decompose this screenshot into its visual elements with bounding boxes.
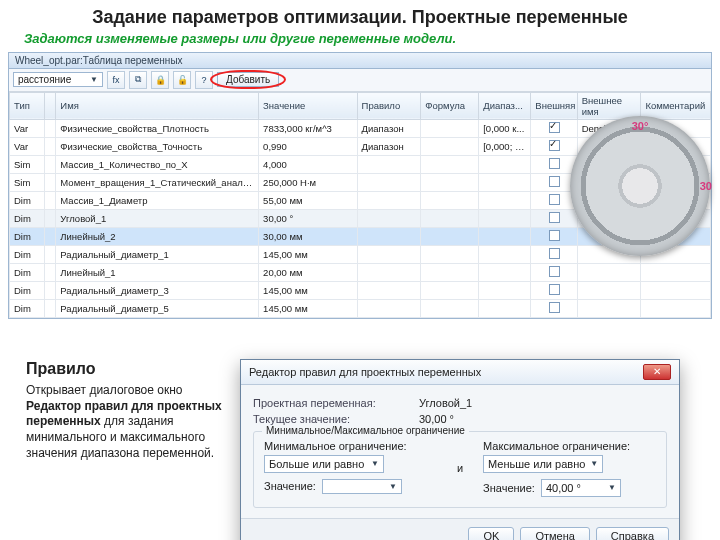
min-op-combo[interactable]: Больше или равно ▼ [264,455,384,473]
tool-lock-icon[interactable]: 🔒 [151,71,169,89]
external-checkbox[interactable] [549,248,560,259]
chevron-down-icon: ▼ [90,75,98,84]
explanation-head: Правило [26,359,224,380]
tool-fx-icon[interactable]: fx [107,71,125,89]
column-header[interactable]: Внешняя [531,92,577,119]
external-checkbox[interactable] [549,212,560,223]
external-checkbox[interactable] [549,302,560,313]
explanation-body: Открывает диалоговое окно Редактор прави… [26,383,224,461]
filter-combo-label: расстояние [18,74,71,85]
constraints-legend: Минимальное/Максимальное ограничение [262,425,469,436]
variables-toolbar: расстояние ▼ fx ⧉ 🔒 🔓 ? Добавить [9,69,711,92]
rules-editor-dialog: Редактор правил для проектных переменных… [240,359,680,541]
table-row[interactable]: DimРадиальный_диаметр_1145,00 мм [10,245,711,263]
cur-label: Текущее значение: [253,413,413,425]
min-value-label: Значение: [264,480,316,492]
column-header[interactable]: Комментарий [641,92,711,119]
cancel-button[interactable]: Отмена [520,527,589,541]
slide-title: Задание параметров оптимизации. Проектны… [0,0,720,29]
dialog-title: Редактор правил для проектных переменных [249,366,481,378]
max-label: Максимальное ограничение: [483,440,656,452]
min-value-input[interactable]: ▼ [322,479,402,494]
external-checkbox[interactable] [549,284,560,295]
wheel-annotation-length: 30 [700,180,712,192]
column-header[interactable]: Тип [10,92,45,119]
external-checkbox[interactable] [549,140,560,151]
dialog-titlebar: Редактор правил для проектных переменных… [241,360,679,385]
external-checkbox[interactable] [549,230,560,241]
max-value-text: 40,00 ° [546,482,581,494]
min-op-value: Больше или равно [269,458,364,470]
tool-unlock-icon[interactable]: 🔓 [173,71,191,89]
column-header[interactable]: Формула [421,92,479,119]
max-op-value: Меньше или равно [488,458,585,470]
tool-filter-icon[interactable]: ⧉ [129,71,147,89]
table-row[interactable]: DimЛинейный_120,00 мм [10,263,711,281]
max-op-combo[interactable]: Меньше или равно ▼ [483,455,603,473]
column-header[interactable]: Имя [56,92,259,119]
var-value: Угловой_1 [419,397,472,409]
chevron-down-icon: ▼ [389,482,397,491]
slide-subtitle: Задаются изменяемые размеры или другие п… [0,29,720,52]
var-label: Проектная переменная: [253,397,413,409]
ok-button[interactable]: OK [468,527,514,541]
wheel-annotation-angle: 30° [632,120,649,132]
variables-window-title: Wheel_opt.par:Таблица переменных [9,53,711,69]
chevron-down-icon: ▼ [371,459,379,468]
column-header[interactable]: Значение [259,92,357,119]
close-icon[interactable]: ✕ [643,364,671,380]
and-label: и [457,462,463,474]
external-checkbox[interactable] [549,266,560,277]
max-value-input[interactable]: 40,00 ° ▼ [541,479,621,497]
column-header[interactable]: Диапаз... [479,92,531,119]
external-checkbox[interactable] [549,158,560,169]
filter-combo[interactable]: расстояние ▼ [13,72,103,87]
table-row[interactable]: DimРадиальный_диаметр_3145,00 мм [10,281,711,299]
max-value-label: Значение: [483,482,535,494]
column-header[interactable] [44,92,56,119]
help-button[interactable]: Справка [596,527,669,541]
column-header[interactable]: Внешнее имя [577,92,641,119]
tool-query[interactable]: ? [195,71,213,89]
table-row[interactable]: DimРадиальный_диаметр_5145,00 мм [10,299,711,317]
constraints-group: Минимальное/Максимальное ограничение Мин… [253,431,667,508]
explanation-block: Правило Открывает диалоговое окно Редакт… [0,359,230,541]
explanation-pre: Открывает диалоговое окно [26,383,183,397]
chevron-down-icon: ▼ [608,483,616,492]
add-button-label: Добавить [226,74,270,85]
column-header[interactable]: Правило [357,92,421,119]
min-label: Минимальное ограничение: [264,440,437,452]
cur-value: 30,00 ° [419,413,454,425]
external-checkbox[interactable] [549,176,560,187]
external-checkbox[interactable] [549,122,560,133]
add-button[interactable]: Добавить [217,72,279,87]
external-checkbox[interactable] [549,194,560,205]
wheel-preview: 30° 30 [570,116,710,256]
chevron-down-icon: ▼ [590,459,598,468]
